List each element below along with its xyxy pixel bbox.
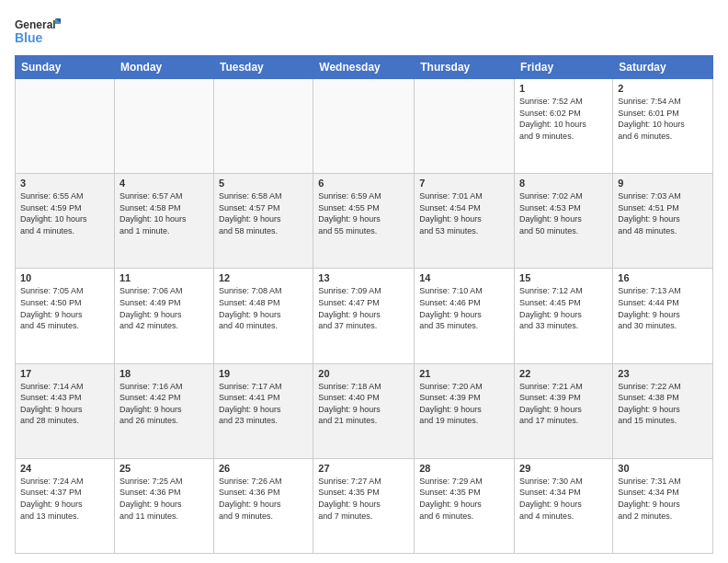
calendar-week-row: 1Sunrise: 7:52 AM Sunset: 6:02 PM Daylig… <box>16 79 713 174</box>
weekday-header: Thursday <box>415 56 515 79</box>
day-info: Sunrise: 7:29 AM Sunset: 4:35 PM Dayligh… <box>419 476 509 522</box>
day-number: 23 <box>618 368 708 379</box>
calendar-cell: 10Sunrise: 7:05 AM Sunset: 4:50 PM Dayli… <box>16 269 115 363</box>
calendar-cell: 25Sunrise: 7:25 AM Sunset: 4:36 PM Dayli… <box>114 458 213 553</box>
day-number: 6 <box>318 178 409 189</box>
day-info: Sunrise: 7:08 AM Sunset: 4:48 PM Dayligh… <box>219 285 308 331</box>
calendar-cell: 1Sunrise: 7:52 AM Sunset: 6:02 PM Daylig… <box>515 79 613 174</box>
calendar-cell: 28Sunrise: 7:29 AM Sunset: 4:35 PM Dayli… <box>415 458 515 553</box>
day-info: Sunrise: 7:03 AM Sunset: 4:51 PM Dayligh… <box>618 190 708 236</box>
calendar-cell: 24Sunrise: 7:24 AM Sunset: 4:37 PM Dayli… <box>16 458 115 553</box>
day-info: Sunrise: 7:21 AM Sunset: 4:39 PM Dayligh… <box>519 381 608 427</box>
calendar-cell: 5Sunrise: 6:58 AM Sunset: 4:57 PM Daylig… <box>213 174 313 269</box>
day-number: 17 <box>20 368 109 379</box>
day-info: Sunrise: 7:12 AM Sunset: 4:45 PM Dayligh… <box>519 285 608 331</box>
calendar-cell <box>213 79 313 174</box>
calendar-cell <box>415 79 515 174</box>
calendar-cell: 20Sunrise: 7:18 AM Sunset: 4:40 PM Dayli… <box>313 363 415 458</box>
day-info: Sunrise: 7:02 AM Sunset: 4:53 PM Dayligh… <box>519 190 608 236</box>
day-info: Sunrise: 7:01 AM Sunset: 4:54 PM Dayligh… <box>419 190 509 236</box>
day-info: Sunrise: 7:26 AM Sunset: 4:36 PM Dayligh… <box>219 476 308 522</box>
calendar-week-row: 10Sunrise: 7:05 AM Sunset: 4:50 PM Dayli… <box>16 269 713 363</box>
day-number: 7 <box>419 178 509 189</box>
weekday-header: Wednesday <box>313 56 415 79</box>
calendar-cell: 6Sunrise: 6:59 AM Sunset: 4:55 PM Daylig… <box>313 174 415 269</box>
day-info: Sunrise: 6:57 AM Sunset: 4:58 PM Dayligh… <box>119 190 209 236</box>
day-number: 5 <box>219 178 308 189</box>
calendar-cell <box>16 79 115 174</box>
day-info: Sunrise: 7:16 AM Sunset: 4:42 PM Dayligh… <box>119 381 209 427</box>
calendar-cell <box>313 79 415 174</box>
day-number: 14 <box>419 272 509 283</box>
calendar-cell: 12Sunrise: 7:08 AM Sunset: 4:48 PM Dayli… <box>213 269 313 363</box>
day-number: 19 <box>219 368 308 379</box>
day-number: 3 <box>20 178 109 189</box>
weekday-header: Friday <box>515 56 613 79</box>
calendar-cell: 8Sunrise: 7:02 AM Sunset: 4:53 PM Daylig… <box>515 174 613 269</box>
day-info: Sunrise: 7:05 AM Sunset: 4:50 PM Dayligh… <box>20 285 109 331</box>
day-info: Sunrise: 6:59 AM Sunset: 4:55 PM Dayligh… <box>318 190 409 236</box>
svg-text:General: General <box>15 18 56 31</box>
calendar-cell: 27Sunrise: 7:27 AM Sunset: 4:35 PM Dayli… <box>313 458 415 553</box>
day-number: 12 <box>219 272 308 283</box>
day-number: 30 <box>618 463 708 474</box>
day-number: 22 <box>519 368 608 379</box>
calendar-cell: 19Sunrise: 7:17 AM Sunset: 4:41 PM Dayli… <box>213 363 313 458</box>
day-number: 13 <box>318 272 409 283</box>
day-info: Sunrise: 7:27 AM Sunset: 4:35 PM Dayligh… <box>318 476 409 522</box>
day-number: 2 <box>618 83 708 94</box>
calendar-cell: 13Sunrise: 7:09 AM Sunset: 4:47 PM Dayli… <box>313 269 415 363</box>
calendar-cell: 7Sunrise: 7:01 AM Sunset: 4:54 PM Daylig… <box>415 174 515 269</box>
calendar-cell: 23Sunrise: 7:22 AM Sunset: 4:38 PM Dayli… <box>613 363 713 458</box>
day-number: 10 <box>20 272 109 283</box>
calendar-cell: 9Sunrise: 7:03 AM Sunset: 4:51 PM Daylig… <box>613 174 713 269</box>
calendar-cell: 17Sunrise: 7:14 AM Sunset: 4:43 PM Dayli… <box>16 363 115 458</box>
calendar-week-row: 24Sunrise: 7:24 AM Sunset: 4:37 PM Dayli… <box>16 458 713 553</box>
day-info: Sunrise: 7:09 AM Sunset: 4:47 PM Dayligh… <box>318 285 409 331</box>
day-number: 18 <box>119 368 209 379</box>
day-number: 26 <box>219 463 308 474</box>
day-number: 8 <box>519 178 608 189</box>
day-info: Sunrise: 7:22 AM Sunset: 4:38 PM Dayligh… <box>618 381 708 427</box>
day-number: 11 <box>119 272 209 283</box>
day-number: 28 <box>419 463 509 474</box>
day-info: Sunrise: 7:13 AM Sunset: 4:44 PM Dayligh… <box>618 285 708 331</box>
day-info: Sunrise: 7:52 AM Sunset: 6:02 PM Dayligh… <box>519 96 608 142</box>
top-area: General Blue <box>15 15 713 48</box>
day-info: Sunrise: 7:20 AM Sunset: 4:39 PM Dayligh… <box>419 381 509 427</box>
day-info: Sunrise: 7:24 AM Sunset: 4:37 PM Dayligh… <box>20 476 109 522</box>
day-number: 21 <box>419 368 509 379</box>
day-info: Sunrise: 7:14 AM Sunset: 4:43 PM Dayligh… <box>20 381 109 427</box>
day-number: 27 <box>318 463 409 474</box>
weekday-header: Sunday <box>16 56 115 79</box>
page: General Blue SundayMondayTuesdayWednesda… <box>0 0 728 563</box>
day-number: 4 <box>119 178 209 189</box>
day-number: 25 <box>119 463 209 474</box>
calendar-week-row: 3Sunrise: 6:55 AM Sunset: 4:59 PM Daylig… <box>16 174 713 269</box>
calendar-cell <box>114 79 213 174</box>
day-number: 16 <box>618 272 708 283</box>
day-number: 15 <box>519 272 608 283</box>
day-number: 1 <box>519 83 608 94</box>
day-info: Sunrise: 7:18 AM Sunset: 4:40 PM Dayligh… <box>318 381 409 427</box>
calendar-cell: 22Sunrise: 7:21 AM Sunset: 4:39 PM Dayli… <box>515 363 613 458</box>
calendar-week-row: 17Sunrise: 7:14 AM Sunset: 4:43 PM Dayli… <box>16 363 713 458</box>
calendar-cell: 14Sunrise: 7:10 AM Sunset: 4:46 PM Dayli… <box>415 269 515 363</box>
svg-text:Blue: Blue <box>15 30 43 45</box>
calendar-cell: 4Sunrise: 6:57 AM Sunset: 4:58 PM Daylig… <box>114 174 213 269</box>
day-info: Sunrise: 7:54 AM Sunset: 6:01 PM Dayligh… <box>618 96 708 142</box>
weekday-header: Monday <box>114 56 213 79</box>
weekday-header: Saturday <box>613 56 713 79</box>
day-number: 24 <box>20 463 109 474</box>
day-info: Sunrise: 7:25 AM Sunset: 4:36 PM Dayligh… <box>119 476 209 522</box>
day-info: Sunrise: 6:55 AM Sunset: 4:59 PM Dayligh… <box>20 190 109 236</box>
day-info: Sunrise: 7:10 AM Sunset: 4:46 PM Dayligh… <box>419 285 509 331</box>
calendar-cell: 11Sunrise: 7:06 AM Sunset: 4:49 PM Dayli… <box>114 269 213 363</box>
day-info: Sunrise: 7:31 AM Sunset: 4:34 PM Dayligh… <box>618 476 708 522</box>
day-info: Sunrise: 7:30 AM Sunset: 4:34 PM Dayligh… <box>519 476 608 522</box>
weekday-header: Tuesday <box>213 56 313 79</box>
calendar-cell: 2Sunrise: 7:54 AM Sunset: 6:01 PM Daylig… <box>613 79 713 174</box>
logo-icon: General Blue <box>15 15 61 48</box>
calendar-cell: 26Sunrise: 7:26 AM Sunset: 4:36 PM Dayli… <box>213 458 313 553</box>
day-info: Sunrise: 7:06 AM Sunset: 4:49 PM Dayligh… <box>119 285 209 331</box>
